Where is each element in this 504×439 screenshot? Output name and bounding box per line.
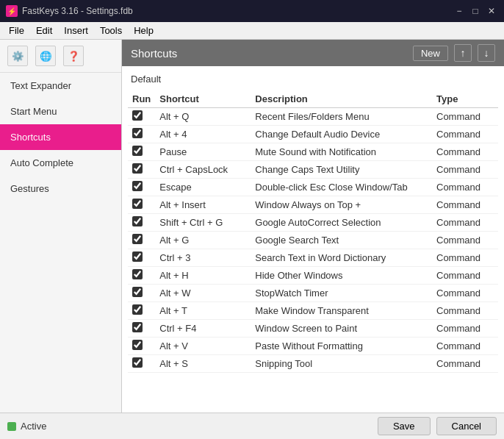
new-button[interactable]: New bbox=[413, 46, 448, 61]
save-button[interactable]: Save bbox=[378, 417, 431, 435]
table-row: Alt + TMake Window TransparentCommand bbox=[128, 302, 498, 320]
row-shortcut-8: Ctrl + 3 bbox=[155, 249, 251, 267]
table-row: Ctrl + 3Search Text in Word DictionaryCo… bbox=[128, 249, 498, 267]
table-row: Alt + 4Change Default Audio DeviceComman… bbox=[128, 126, 498, 143]
row-description-0: Recent Files/Folders Menu bbox=[251, 108, 432, 126]
content-header: Shortcuts New ↑ ↓ bbox=[122, 40, 504, 66]
row-type-11: Command bbox=[432, 302, 498, 320]
row-type-14: Command bbox=[432, 355, 498, 373]
table-row: PauseMute Sound with NotificationCommand bbox=[128, 143, 498, 161]
settings-icon-btn[interactable]: ⚙️ bbox=[7, 46, 28, 66]
col-header-shortcut: Shortcut bbox=[155, 90, 251, 108]
run-checkbox-4[interactable] bbox=[132, 181, 143, 191]
content-area: Shortcuts New ↑ ↓ Default RunShortcutDes… bbox=[122, 40, 504, 413]
run-checkbox-10[interactable] bbox=[132, 287, 143, 297]
menu-item-file[interactable]: File bbox=[3, 24, 30, 38]
row-type-10: Command bbox=[432, 285, 498, 302]
col-header-run: Run bbox=[128, 90, 155, 108]
sidebar-item-text-expander[interactable]: Text Expander bbox=[0, 73, 121, 99]
row-shortcut-0: Alt + Q bbox=[155, 108, 251, 126]
table-row: Ctrl + CapsLockChange Caps Text UtilityC… bbox=[128, 161, 498, 179]
table-row: Alt + HHide Other WindowsCommand bbox=[128, 267, 498, 285]
row-type-4: Command bbox=[432, 179, 498, 196]
status-buttons: Save Cancel bbox=[378, 417, 497, 435]
table-row: Alt + VPaste Without FormattingCommand bbox=[128, 338, 498, 355]
run-checkbox-3[interactable] bbox=[132, 163, 143, 174]
row-description-14: Snipping Tool bbox=[251, 355, 432, 373]
row-description-3: Change Caps Text Utility bbox=[251, 161, 432, 179]
run-checkbox-5[interactable] bbox=[132, 199, 143, 209]
status-indicator: Active bbox=[7, 421, 46, 432]
run-checkbox-13[interactable] bbox=[132, 340, 143, 350]
row-shortcut-7: Alt + G bbox=[155, 232, 251, 249]
row-description-7: Google Search Text bbox=[251, 232, 432, 249]
sidebar-icons: ⚙️ 🌐 ❓ bbox=[0, 40, 121, 73]
row-description-12: Window Screen to Paint bbox=[251, 320, 432, 338]
move-up-button[interactable]: ↑ bbox=[454, 44, 472, 62]
row-run-3 bbox=[128, 161, 155, 179]
row-description-10: StopWatch Timer bbox=[251, 285, 432, 302]
minimize-button[interactable]: − bbox=[453, 4, 466, 18]
row-shortcut-9: Alt + H bbox=[155, 267, 251, 285]
row-shortcut-2: Pause bbox=[155, 143, 251, 161]
table-row: Alt + SSnipping ToolCommand bbox=[128, 355, 498, 373]
row-shortcut-14: Alt + S bbox=[155, 355, 251, 373]
run-checkbox-6[interactable] bbox=[132, 216, 143, 226]
table-row: Ctrl + F4Window Screen to PaintCommand bbox=[128, 320, 498, 338]
row-type-12: Command bbox=[432, 320, 498, 338]
close-button[interactable]: ✕ bbox=[485, 4, 498, 18]
sidebar-item-gestures[interactable]: Gestures bbox=[0, 176, 121, 201]
row-type-0: Command bbox=[432, 108, 498, 126]
run-checkbox-1[interactable] bbox=[132, 128, 143, 138]
cancel-button[interactable]: Cancel bbox=[436, 417, 497, 435]
row-run-13 bbox=[128, 338, 155, 355]
menu-item-edit[interactable]: Edit bbox=[30, 24, 58, 38]
run-checkbox-7[interactable] bbox=[132, 234, 143, 244]
shortcuts-table: RunShortcutDescriptionType Alt + QRecent… bbox=[128, 90, 498, 373]
row-type-2: Command bbox=[432, 143, 498, 161]
row-run-7 bbox=[128, 232, 155, 249]
run-checkbox-9[interactable] bbox=[132, 269, 143, 279]
row-type-1: Command bbox=[432, 126, 498, 143]
row-run-8 bbox=[128, 249, 155, 267]
app-icon: ⚡ bbox=[6, 5, 18, 17]
sidebar-item-auto-complete[interactable]: Auto Complete bbox=[0, 150, 121, 176]
content-title: Shortcuts bbox=[131, 47, 177, 60]
row-run-0 bbox=[128, 108, 155, 126]
table-row: Alt + InsertWindow Always on Top +Comman… bbox=[128, 196, 498, 214]
menu-item-insert[interactable]: Insert bbox=[58, 24, 94, 38]
row-run-6 bbox=[128, 214, 155, 232]
row-description-9: Hide Other Windows bbox=[251, 267, 432, 285]
section-label: Default bbox=[128, 72, 498, 86]
run-checkbox-0[interactable] bbox=[132, 110, 143, 121]
run-checkbox-8[interactable] bbox=[132, 251, 143, 262]
row-type-6: Command bbox=[432, 214, 498, 232]
sidebar-item-start-menu[interactable]: Start Menu bbox=[0, 99, 121, 124]
content-header-actions: New ↑ ↓ bbox=[413, 44, 495, 62]
table-row: Alt + WStopWatch TimerCommand bbox=[128, 285, 498, 302]
run-checkbox-2[interactable] bbox=[132, 146, 143, 156]
status-bar: Active Save Cancel bbox=[0, 413, 504, 439]
maximize-button[interactable]: □ bbox=[469, 4, 482, 18]
table-header-row: RunShortcutDescriptionType bbox=[128, 90, 498, 108]
help-icon-btn[interactable]: ❓ bbox=[63, 46, 84, 66]
table-row: EscapeDouble-click Esc Close Window/TabC… bbox=[128, 179, 498, 196]
run-checkbox-12[interactable] bbox=[132, 322, 143, 332]
row-shortcut-11: Alt + T bbox=[155, 302, 251, 320]
move-down-button[interactable]: ↓ bbox=[478, 44, 495, 62]
table-area: Default RunShortcutDescriptionType Alt +… bbox=[122, 66, 504, 413]
run-checkbox-11[interactable] bbox=[132, 304, 143, 315]
table-row: Alt + QRecent Files/Folders MenuCommand bbox=[128, 108, 498, 126]
col-header-type: Type bbox=[432, 90, 498, 108]
globe-icon-btn[interactable]: 🌐 bbox=[35, 46, 56, 66]
row-run-2 bbox=[128, 143, 155, 161]
row-run-5 bbox=[128, 196, 155, 214]
menu-item-help[interactable]: Help bbox=[128, 24, 159, 38]
row-shortcut-6: Shift + Ctrl + G bbox=[155, 214, 251, 232]
title-bar-controls: − □ ✕ bbox=[453, 4, 498, 18]
row-type-13: Command bbox=[432, 338, 498, 355]
sidebar-item-shortcuts[interactable]: Shortcuts bbox=[0, 124, 121, 150]
menu-item-tools[interactable]: Tools bbox=[94, 24, 128, 38]
row-shortcut-1: Alt + 4 bbox=[155, 126, 251, 143]
run-checkbox-14[interactable] bbox=[132, 357, 143, 368]
